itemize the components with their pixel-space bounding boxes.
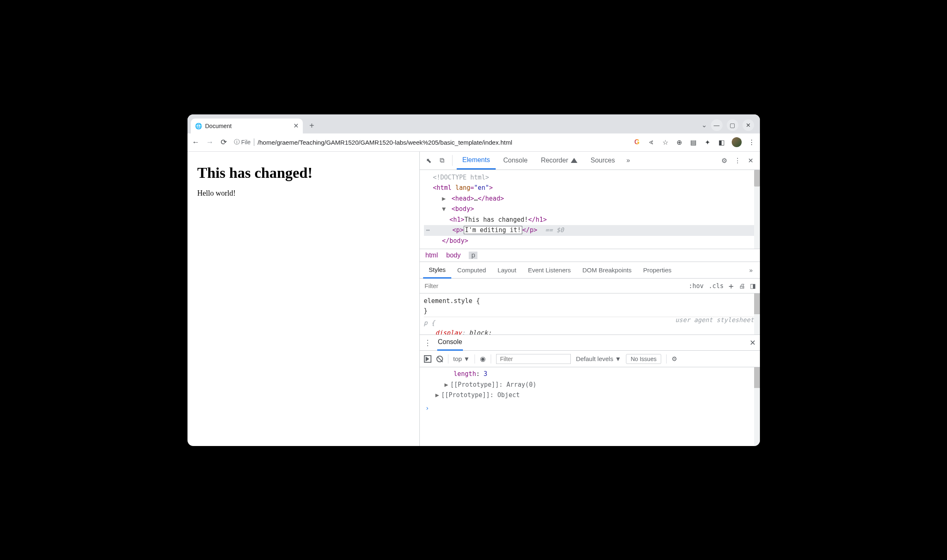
doctype: <!DOCTYPE html> [433, 174, 489, 181]
page-heading: This has changed! [197, 164, 409, 182]
new-style-rule[interactable]: + [728, 281, 733, 291]
back-button[interactable]: ← [192, 138, 200, 147]
tab-elements[interactable]: Elements [457, 151, 496, 170]
minimize-button[interactable]: — [711, 119, 723, 131]
context-selector[interactable]: top ▼ [453, 355, 470, 362]
row-actions-icon[interactable]: ⋯ [424, 225, 433, 236]
subtab-properties[interactable]: Properties [637, 262, 677, 279]
collapse-arrow-icon[interactable]: ▼ [442, 204, 448, 215]
browser-tab[interactable]: 🌐 Document ✕ [191, 119, 303, 133]
sidepanel-icon[interactable]: ◧ [718, 138, 726, 146]
toolbar-icons: G ⪡ ☆ ⊕ ▤ ✦ ◧ ⋮ [633, 137, 756, 147]
reload-button[interactable]: ⟳ [220, 138, 228, 147]
site-info-icon[interactable]: ⓘ File [234, 138, 251, 146]
subtab-layout[interactable]: Layout [492, 262, 522, 279]
dom-tree[interactable]: <!DOCTYPE html> <html lang="en"> ▶ <head… [420, 170, 760, 250]
tab-search-icon[interactable]: ⌄ [701, 121, 707, 129]
kebab-menu-icon[interactable]: ⋮ [747, 138, 756, 146]
tab-title: Document [205, 123, 232, 129]
close-console-drawer-icon[interactable]: ✕ [750, 338, 756, 347]
globe-icon: 🌐 [195, 123, 202, 129]
styles-filter-input[interactable] [424, 282, 684, 290]
console-toolbar: top ▼ ◉ Default levels ▼ No Issues ⚙ [420, 351, 760, 367]
url-text: /home/graeme/Teaching/GAMR1520/GAMR1520-… [258, 139, 512, 146]
devtools-tabs: ⬉ ⧉ Elements Console Recorder Sources » … [420, 152, 760, 170]
hov-toggle[interactable]: :hov [689, 282, 704, 290]
crumb-p[interactable]: p [469, 252, 477, 259]
extensions-puzzle-icon[interactable]: ✦ [704, 138, 712, 146]
live-expression-icon[interactable]: ◉ [480, 355, 486, 363]
kebab-devtools-icon[interactable]: ⋮ [732, 157, 743, 165]
maximize-button[interactable]: ▢ [727, 119, 738, 131]
tab-strip: 🌐 Document ✕ + ⌄ — ▢ ✕ [187, 114, 760, 133]
tab-sources[interactable]: Sources [585, 151, 621, 170]
page-paragraph: Hello world! [197, 189, 409, 198]
console-output[interactable]: length: 3 ▶[[Prototype]]: Array(0) ▶[[Pr… [420, 367, 760, 446]
more-tabs-icon[interactable]: » [622, 157, 634, 164]
styles-tabs: Styles Computed Layout Event Listeners D… [420, 262, 760, 279]
tab-recorder[interactable]: Recorder [535, 151, 583, 170]
subtab-styles[interactable]: Styles [423, 262, 452, 279]
share-icon[interactable]: ⪡ [647, 138, 655, 146]
extension-icon[interactable]: ⊕ [675, 138, 684, 146]
devtools-panel: ⬉ ⧉ Elements Console Recorder Sources » … [420, 152, 760, 446]
dom-scrollbar[interactable] [754, 170, 760, 249]
console-prompt-icon[interactable]: › [426, 403, 429, 414]
omnibox[interactable]: ⓘ File /home/graeme/Teaching/GAMR1520/GA… [234, 138, 627, 146]
styles-filter-bar: :hov .cls + 🖨 ◨ [420, 279, 760, 293]
rendered-page: This has changed! Hello world! [187, 152, 420, 446]
user-agent-stylesheet-label: user agent stylesheet [675, 315, 754, 325]
expand-arrow-icon[interactable]: ▶ [442, 194, 448, 204]
selected-dom-row[interactable]: ⋯ <p>I'm editing it!</p> == $0 [424, 225, 756, 236]
new-tab-button[interactable]: + [306, 120, 318, 132]
no-issues-button[interactable]: No Issues [626, 354, 661, 364]
console-scrollbar[interactable] [754, 367, 760, 446]
omnibox-divider [254, 138, 254, 146]
settings-gear-icon[interactable]: ⚙ [718, 157, 730, 165]
inspect-element-icon[interactable]: ⬉ [423, 157, 435, 165]
dollar-zero-hint: == $0 [545, 226, 564, 234]
console-sidebar-toggle-icon[interactable] [424, 355, 431, 363]
tab-console[interactable]: Console [497, 151, 533, 170]
reader-icon[interactable]: ▤ [689, 138, 698, 146]
crumb-html[interactable]: html [426, 252, 438, 259]
subtab-computed[interactable]: Computed [451, 262, 492, 279]
close-devtools-icon[interactable]: ✕ [745, 157, 757, 165]
more-subtabs-icon[interactable]: » [746, 267, 757, 274]
console-menu-icon[interactable]: ⋮ [424, 338, 431, 347]
crumb-body[interactable]: body [446, 252, 461, 259]
forward-button[interactable]: → [206, 138, 214, 147]
styles-scrollbar[interactable] [754, 293, 760, 335]
address-bar: ← → ⟳ ⓘ File /home/graeme/Teaching/GAMR1… [187, 133, 760, 152]
tab-close-icon[interactable]: ✕ [293, 122, 299, 130]
bookmark-icon[interactable]: ☆ [661, 138, 669, 146]
console-drawer-header: ⋮ Console ✕ [420, 335, 760, 351]
expand-arrow-icon[interactable]: ▶ [445, 380, 450, 390]
google-icon[interactable]: G [633, 138, 641, 146]
device-toggle-icon[interactable]: ⧉ [436, 157, 448, 164]
styles-panel[interactable]: element.style { } p { user agent stylesh… [420, 293, 760, 335]
log-levels-selector[interactable]: Default levels ▼ [576, 355, 621, 362]
console-settings-gear-icon[interactable]: ⚙ [672, 355, 677, 363]
dom-breadcrumbs: html body p [420, 249, 760, 262]
browser-window: 🌐 Document ✕ + ⌄ — ▢ ✕ ← → ⟳ ⓘ File /hom… [187, 114, 760, 446]
subtab-event-listeners[interactable]: Event Listeners [522, 262, 577, 279]
close-window-button[interactable]: ✕ [743, 119, 754, 131]
console-drawer-tab[interactable]: Console [437, 335, 463, 351]
computed-toggle-icon[interactable]: ◨ [750, 282, 756, 290]
paint-icon[interactable]: 🖨 [739, 282, 745, 289]
clear-console-icon[interactable] [436, 356, 443, 362]
subtab-dom-breakpoints[interactable]: DOM Breakpoints [577, 262, 637, 279]
console-filter-input[interactable] [496, 354, 571, 364]
cls-toggle[interactable]: .cls [708, 282, 723, 290]
recorder-beta-icon [571, 158, 577, 163]
profile-avatar[interactable] [732, 137, 742, 147]
inline-edit-field[interactable]: I'm editing it! [464, 226, 522, 234]
expand-arrow-icon[interactable]: ▶ [436, 390, 441, 401]
